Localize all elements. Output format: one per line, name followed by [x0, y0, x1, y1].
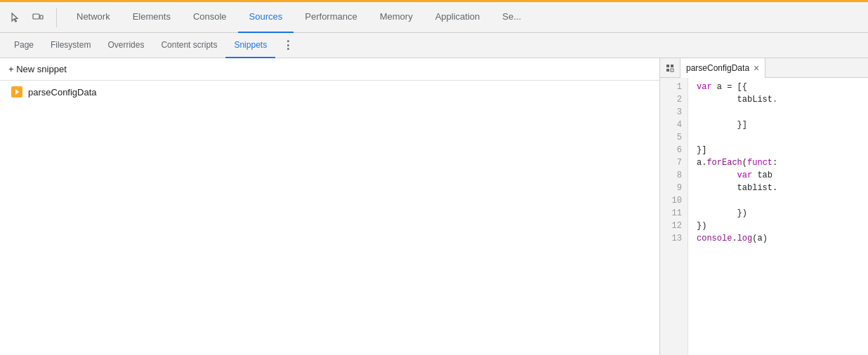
line-num-4: 4	[660, 119, 688, 131]
line-num-13: 13	[660, 232, 688, 245]
line-num-1: 1	[660, 81, 688, 93]
main-nav-tabs: Network Elements Console Sources Perform…	[65, 2, 532, 32]
device-toggle-icon[interactable]	[28, 8, 48, 27]
code-line-7: a.forEach(funct:	[697, 156, 868, 169]
code-line-13: console.log(a)	[697, 232, 868, 245]
tab-memory[interactable]: Memory	[369, 2, 424, 33]
line-num-12: 12	[660, 220, 688, 232]
code-line-8: var tab	[697, 169, 868, 182]
svg-rect-4	[666, 69, 669, 72]
sub-tab-page[interactable]: Page	[6, 33, 42, 58]
editor-tab-parseConfigData[interactable]: parseConfigData ×	[680, 58, 765, 78]
code-line-12: })	[697, 220, 868, 232]
line-num-3: 3	[660, 106, 688, 119]
left-panel: + New snippet parseConfigData	[0, 58, 660, 355]
sub-nav: Page Filesystem Overrides Content script…	[0, 33, 868, 58]
tab-security[interactable]: Se...	[491, 2, 532, 33]
sub-tab-content-scripts[interactable]: Content scripts	[152, 33, 225, 58]
editor-header: parseConfigData ×	[660, 58, 868, 78]
code-line-11: })	[697, 207, 868, 220]
cursor-icon[interactable]	[6, 8, 25, 27]
code-line-3	[697, 106, 868, 119]
line-num-7: 7	[660, 156, 688, 169]
main-toolbar: Network Elements Console Sources Perform…	[0, 2, 868, 33]
new-snippet-button[interactable]: + New snippet	[0, 58, 659, 81]
tab-application[interactable]: Application	[424, 2, 492, 33]
code-editor[interactable]: 1 2 3 4 5 6 7 8 9 10 11 12 13 var a = [{…	[660, 78, 868, 355]
code-line-2: tabList.	[697, 93, 868, 106]
svg-rect-3	[671, 65, 673, 67]
toolbar-icon-group	[6, 8, 57, 27]
line-num-11: 11	[660, 207, 688, 220]
line-num-10: 10	[660, 194, 688, 207]
editor-tab-close-button[interactable]: ×	[754, 63, 759, 73]
tab-elements[interactable]: Elements	[121, 2, 182, 33]
tab-network[interactable]: Network	[65, 2, 121, 33]
line-num-9: 9	[660, 182, 688, 194]
right-panel: parseConfigData × 1 2 3 4 5 6 7 8 9 10 1…	[660, 58, 868, 355]
sub-tab-overrides[interactable]: Overrides	[99, 33, 152, 58]
tab-console[interactable]: Console	[182, 2, 238, 33]
code-line-1: var a = [{	[697, 81, 868, 93]
tab-performance[interactable]: Performance	[294, 2, 368, 33]
line-num-6: 6	[660, 144, 688, 156]
sub-tab-snippets[interactable]: Snippets	[225, 33, 275, 58]
svg-rect-5	[671, 69, 673, 72]
main-content: + New snippet parseConfigData parseConfi…	[0, 58, 868, 355]
line-numbers: 1 2 3 4 5 6 7 8 9 10 11 12 13	[660, 78, 688, 355]
svg-rect-2	[666, 65, 669, 67]
code-line-6: }]	[697, 144, 868, 156]
sub-tab-filesystem[interactable]: Filesystem	[42, 33, 99, 58]
code-content[interactable]: var a = [{ tabList. }] }] a.forEach(func…	[688, 78, 868, 355]
sub-nav-more-button[interactable]: ⋮	[278, 36, 298, 55]
code-line-9: tablist.	[697, 182, 868, 194]
code-line-5	[697, 131, 868, 144]
code-line-10	[697, 194, 868, 207]
line-num-2: 2	[660, 93, 688, 106]
snippet-file-icon	[11, 86, 22, 98]
code-line-4: }]	[697, 119, 868, 131]
editor-back-button[interactable]	[660, 58, 680, 78]
line-num-5: 5	[660, 131, 688, 144]
tab-sources[interactable]: Sources	[238, 2, 294, 33]
line-num-8: 8	[660, 169, 688, 182]
svg-rect-1	[40, 15, 43, 19]
svg-rect-0	[33, 14, 39, 19]
snippet-item-parseConfigData[interactable]: parseConfigData	[0, 81, 659, 103]
